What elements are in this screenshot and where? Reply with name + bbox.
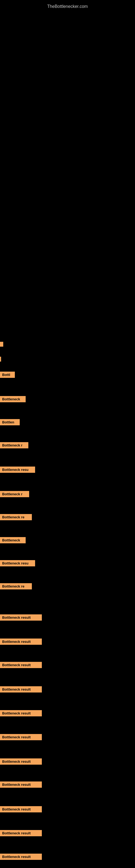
bottleneck-result-1[interactable]: Bottl bbox=[0, 372, 15, 378]
bottleneck-result-9[interactable]: Bottleneck resu bbox=[0, 560, 35, 566]
marker-2 bbox=[0, 357, 1, 362]
marker-1 bbox=[0, 342, 3, 347]
site-title: TheBottlenecker.com bbox=[0, 1, 135, 12]
bottleneck-result-18[interactable]: Bottleneck result bbox=[0, 781, 42, 788]
bottleneck-result-3[interactable]: Bottlen bbox=[0, 419, 20, 425]
bottleneck-result-5[interactable]: Bottleneck resu bbox=[0, 467, 35, 473]
bottleneck-result-16[interactable]: Bottleneck result bbox=[0, 734, 42, 740]
bottleneck-result-2[interactable]: Bottleneck bbox=[0, 396, 26, 402]
bottleneck-result-6[interactable]: Bottleneck r bbox=[0, 491, 29, 497]
bottleneck-result-19[interactable]: Bottleneck result bbox=[0, 806, 42, 812]
bottleneck-result-17[interactable]: Bottleneck result bbox=[0, 758, 42, 765]
bottleneck-result-13[interactable]: Bottleneck result bbox=[0, 662, 42, 668]
bottleneck-result-8[interactable]: Bottleneck bbox=[0, 537, 26, 543]
bottleneck-result-21[interactable]: Bottleneck result bbox=[0, 854, 42, 860]
bottleneck-result-15[interactable]: Bottleneck result bbox=[0, 710, 42, 716]
bottleneck-result-12[interactable]: Bottleneck result bbox=[0, 639, 42, 645]
bottleneck-result-4[interactable]: Bottleneck r bbox=[0, 442, 28, 448]
bottleneck-result-20[interactable]: Bottleneck result bbox=[0, 830, 42, 836]
bottleneck-result-14[interactable]: Bottleneck result bbox=[0, 686, 42, 692]
bottleneck-result-10[interactable]: Bottleneck re bbox=[0, 583, 32, 589]
bottleneck-result-11[interactable]: Bottleneck result bbox=[0, 614, 42, 621]
bottleneck-result-7[interactable]: Bottleneck re bbox=[0, 514, 32, 520]
